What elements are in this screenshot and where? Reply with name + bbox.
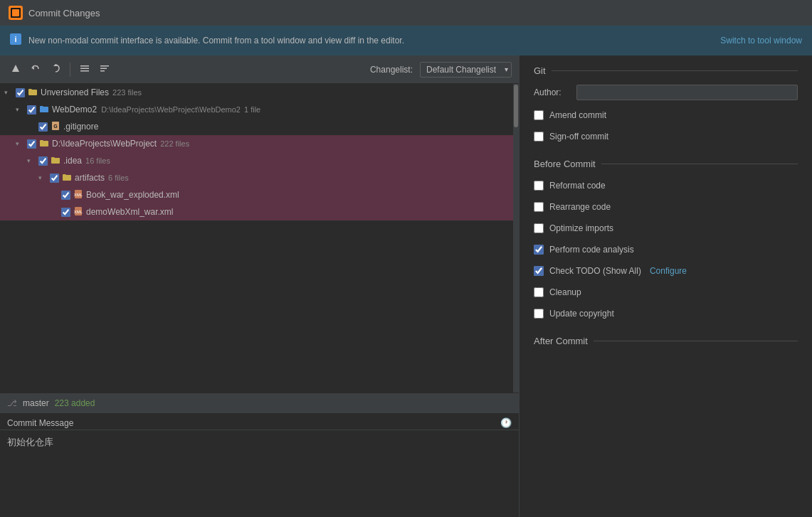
tree-item-count: 1 file bbox=[244, 105, 260, 114]
tree-row-checkbox[interactable] bbox=[50, 174, 59, 183]
tree-item-name: D:\IdeaProjects\WebProject bbox=[52, 139, 157, 149]
tree-file-icon bbox=[62, 172, 72, 184]
tree-item-name: .gitignore bbox=[63, 122, 98, 132]
git-section: Git Author: Amend commit Sign-off commit bbox=[534, 65, 798, 144]
app-icon bbox=[9, 6, 23, 20]
file-tree-container: ▾Unversioned Files223 files▾WebDemo2D:\I… bbox=[0, 84, 519, 393]
author-label: Author: bbox=[534, 87, 569, 97]
tree-row[interactable]: XMLBook_war_exploded.xml bbox=[0, 186, 513, 203]
status-bar: ⎇ master 223 added bbox=[0, 393, 519, 412]
optimize-imports-checkbox[interactable] bbox=[534, 223, 544, 233]
tree-row-checkbox[interactable] bbox=[61, 208, 70, 217]
amend-commit-checkbox[interactable] bbox=[534, 110, 544, 120]
optimize-imports-label: Optimize imports bbox=[549, 223, 613, 233]
check-todo-checkbox[interactable] bbox=[534, 266, 544, 276]
svg-marker-5 bbox=[12, 65, 19, 72]
update-copyright-label: Update copyright bbox=[549, 309, 614, 319]
reformat-code-label: Reformat code bbox=[549, 181, 606, 191]
tree-row[interactable]: ▾.idea16 files bbox=[0, 152, 513, 169]
author-input[interactable] bbox=[576, 85, 798, 100]
svg-rect-13 bbox=[100, 70, 105, 72]
tree-row[interactable]: ▾D:\IdeaProjects\WebProject222 files bbox=[0, 135, 513, 152]
tree-item-name: demoWebXml_war.xml bbox=[86, 207, 173, 217]
tree-expand-arrow[interactable]: ▾ bbox=[38, 174, 47, 181]
check-todo-row: Check TODO (Show All) Configure bbox=[534, 263, 798, 279]
perform-code-analysis-row: Perform code analysis bbox=[534, 242, 798, 257]
info-icon: i bbox=[10, 33, 21, 48]
before-commit-section-title: Before Commit bbox=[534, 159, 798, 169]
amend-commit-label: Amend commit bbox=[549, 110, 606, 120]
tree-item-name: .idea bbox=[63, 156, 82, 166]
tree-row-checkbox[interactable] bbox=[27, 105, 36, 114]
commit-message-label: Commit Message bbox=[7, 418, 73, 428]
svg-rect-9 bbox=[80, 68, 89, 70]
tree-row[interactable]: ▾WebDemo2D:\IdeaProjects\WebProject\WebD… bbox=[0, 101, 513, 118]
rearrange-code-checkbox[interactable] bbox=[534, 202, 544, 212]
added-count: 223 added bbox=[55, 398, 95, 408]
changelist-label: Changelist: bbox=[370, 65, 413, 75]
file-tree[interactable]: ▾Unversioned Files223 files▾WebDemo2D:\I… bbox=[0, 84, 513, 393]
tree-file-icon: XML bbox=[73, 189, 83, 201]
tree-item-path: D:\IdeaProjects\WebProject\WebDemo2 bbox=[101, 105, 241, 114]
tree-row[interactable]: ▾artifacts6 files bbox=[0, 169, 513, 186]
tree-expand-arrow[interactable]: ▾ bbox=[16, 106, 24, 113]
before-commit-section: Before Commit Reformat code Rearrange co… bbox=[534, 159, 798, 321]
svg-rect-12 bbox=[100, 68, 107, 70]
sign-off-commit-checkbox[interactable] bbox=[534, 132, 544, 142]
tree-expand-arrow[interactable]: ▾ bbox=[27, 157, 36, 164]
tree-row[interactable]: ▾Unversioned Files223 files bbox=[0, 84, 513, 101]
svg-text:i: i bbox=[14, 35, 16, 43]
tree-item-count: 223 files bbox=[112, 88, 142, 97]
tree-row-checkbox[interactable] bbox=[61, 191, 70, 200]
tree-scrollbar[interactable] bbox=[513, 84, 519, 393]
svg-text:XML: XML bbox=[74, 210, 83, 214]
undo-button[interactable] bbox=[27, 61, 44, 78]
reformat-code-row: Reformat code bbox=[534, 178, 798, 193]
sort-button[interactable] bbox=[96, 61, 113, 78]
tree-row[interactable]: G.gitignore bbox=[0, 118, 513, 135]
tree-expand-arrow[interactable]: ▾ bbox=[4, 89, 13, 96]
tree-row-checkbox[interactable] bbox=[38, 122, 48, 132]
refresh-button[interactable] bbox=[47, 61, 64, 78]
perform-code-analysis-checkbox[interactable] bbox=[534, 245, 544, 255]
update-copyright-checkbox[interactable] bbox=[534, 309, 544, 319]
changelist-select[interactable]: Default Changelist bbox=[420, 62, 512, 78]
toolbar: Changelist: Default Changelist ▾ bbox=[0, 55, 519, 84]
tree-file-icon bbox=[39, 138, 49, 150]
tree-scrollbar-thumb bbox=[514, 85, 518, 127]
reformat-code-checkbox[interactable] bbox=[534, 181, 544, 191]
configure-link[interactable]: Configure bbox=[650, 266, 687, 276]
tree-item-count: 6 files bbox=[108, 174, 129, 182]
separator-1 bbox=[70, 63, 70, 77]
tree-row-checkbox[interactable] bbox=[16, 88, 25, 97]
clock-icon[interactable]: 🕐 bbox=[500, 417, 512, 428]
tree-row-checkbox[interactable] bbox=[38, 156, 48, 166]
svg-rect-11 bbox=[100, 65, 109, 67]
tree-file-icon bbox=[51, 155, 60, 167]
tree-file-icon: G bbox=[51, 121, 60, 133]
tree-row[interactable]: XMLdemoWebXml_war.xml bbox=[0, 203, 513, 220]
move-to-changelist-button[interactable] bbox=[7, 61, 24, 78]
main-layout: Changelist: Default Changelist ▾ ▾Unvers… bbox=[0, 55, 812, 517]
tree-expand-arrow[interactable]: ▾ bbox=[16, 140, 24, 147]
cleanup-row: Cleanup bbox=[534, 284, 798, 300]
tree-item-name: artifacts bbox=[75, 173, 105, 183]
window-title: Commit Changes bbox=[28, 8, 100, 18]
tree-item-name: Book_war_exploded.xml bbox=[86, 190, 179, 200]
commit-message-input[interactable] bbox=[0, 430, 519, 515]
tree-item-count: 222 files bbox=[160, 139, 189, 148]
svg-text:G: G bbox=[53, 124, 58, 129]
rearrange-code-label: Rearrange code bbox=[549, 202, 611, 212]
tree-item-name: WebDemo2 bbox=[52, 105, 97, 114]
tree-row-checkbox[interactable] bbox=[27, 139, 36, 149]
info-bar: i New non-modal commit interface is avai… bbox=[0, 26, 812, 55]
git-section-title: Git bbox=[534, 65, 798, 76]
author-row: Author: bbox=[534, 85, 798, 100]
amend-commit-row: Amend commit bbox=[534, 107, 798, 123]
switch-to-tool-window-link[interactable]: Switch to tool window bbox=[720, 36, 802, 46]
show-options-button[interactable] bbox=[76, 61, 93, 78]
cleanup-checkbox[interactable] bbox=[534, 287, 544, 297]
right-panel: Git Author: Amend commit Sign-off commit… bbox=[520, 55, 812, 517]
left-panel: Changelist: Default Changelist ▾ ▾Unvers… bbox=[0, 55, 520, 517]
tree-file-icon bbox=[28, 87, 38, 99]
